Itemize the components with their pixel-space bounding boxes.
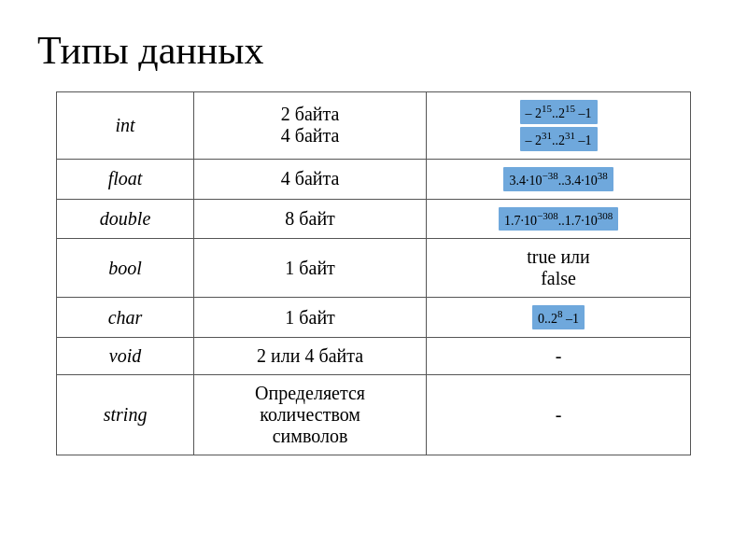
type-int: int: [57, 92, 194, 160]
table-row: double 8 байт 1.7·10−308..1.7·10308: [57, 199, 691, 239]
type-bool: bool: [57, 239, 194, 298]
type-void: void: [57, 338, 194, 375]
range-char: 0..28 –1: [427, 298, 691, 338]
size-string: Определяетсяколичествомсимволов: [194, 375, 427, 455]
data-types-table: int 2 байта4 байта – 215..215 –1 – 231..…: [56, 91, 691, 455]
size-void: 2 или 4 байта: [194, 338, 427, 375]
range-float: 3.4·10−38..3.4·1038: [427, 159, 691, 199]
page-title: Типы данных: [37, 28, 710, 73]
size-int: 2 байта4 байта: [194, 92, 427, 160]
table-row: string Определяетсяколичествомсимволов -: [57, 375, 691, 455]
size-char: 1 байт: [194, 298, 427, 338]
table-row: void 2 или 4 байта -: [57, 338, 691, 375]
type-string: string: [57, 375, 194, 455]
type-float: float: [57, 159, 194, 199]
range-int: – 215..215 –1 – 231..231 –1: [427, 92, 691, 160]
table-row: int 2 байта4 байта – 215..215 –1 – 231..…: [57, 92, 691, 160]
type-char: char: [57, 298, 194, 338]
table-row: bool 1 байт true илиfalse: [57, 239, 691, 298]
type-double: double: [57, 199, 194, 239]
size-double: 8 байт: [194, 199, 427, 239]
table-row: float 4 байта 3.4·10−38..3.4·1038: [57, 159, 691, 199]
size-float: 4 байта: [194, 159, 427, 199]
range-double: 1.7·10−308..1.7·10308: [427, 199, 691, 239]
range-bool: true илиfalse: [427, 239, 691, 298]
range-string: -: [427, 375, 691, 455]
size-bool: 1 байт: [194, 239, 427, 298]
table-row: char 1 байт 0..28 –1: [57, 298, 691, 338]
range-void: -: [427, 338, 691, 375]
